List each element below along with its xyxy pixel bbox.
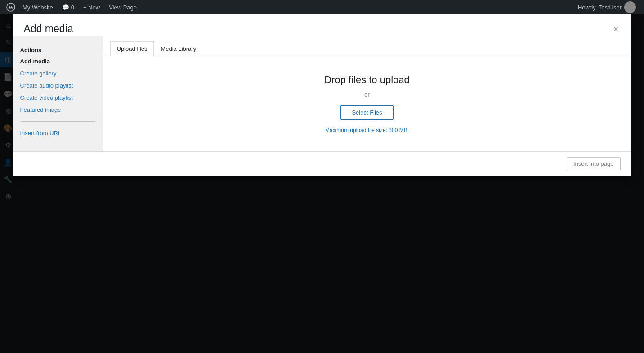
sidebar-item-add-media[interactable]: Add media: [13, 55, 103, 67]
main-layout: ⌂ ✎ ◫ 📄 💬 ⊛ 🎨 ⚙ 👤 🔧 ⊕ Add media × Action…: [0, 14, 644, 353]
modal-tabs: Upload files Media Library: [103, 36, 631, 56]
modal-footer: Insert into page: [13, 151, 631, 176]
sidebar-item-featured-image[interactable]: Featured image: [13, 104, 103, 116]
upload-area: Drop files to upload or Select Files Max…: [103, 56, 631, 151]
tab-media-library[interactable]: Media Library: [154, 41, 203, 56]
modal-header: Add media ×: [13, 14, 631, 36]
admin-greeting[interactable]: Howdy, TestUser: [573, 1, 640, 13]
tab-upload-files[interactable]: Upload files: [110, 41, 154, 56]
site-name-item[interactable]: My Website: [18, 0, 58, 14]
new-label: + New: [83, 4, 100, 11]
view-page-label: View Page: [109, 4, 137, 11]
wp-logo-icon[interactable]: W: [4, 0, 18, 14]
modal-close-button[interactable]: ×: [612, 23, 621, 35]
modal-sidebar: Actions Add media Create gallery Create …: [13, 36, 103, 151]
modal-body: Actions Add media Create gallery Create …: [13, 36, 631, 151]
drop-files-text: Drop files to upload: [324, 74, 410, 86]
sidebar-section-label: Actions: [13, 43, 103, 55]
comments-item[interactable]: 💬 0: [58, 0, 79, 14]
sidebar-item-insert-from-url[interactable]: Insert from URL: [13, 127, 103, 139]
or-text: or: [364, 91, 370, 98]
new-item[interactable]: + New: [79, 0, 104, 14]
comments-count: 0: [71, 4, 74, 11]
select-files-button[interactable]: Select Files: [340, 105, 393, 120]
admin-bar: W My Website 💬 0 + New View Page Howdy, …: [0, 0, 644, 14]
sidebar-item-create-audio-playlist[interactable]: Create audio playlist: [13, 79, 103, 92]
admin-bar-left: W My Website 💬 0 + New View Page: [4, 0, 573, 14]
avatar: [624, 1, 636, 13]
comment-icon: 💬: [62, 4, 69, 11]
modal-title: Add media: [24, 22, 73, 36]
sidebar-item-create-gallery[interactable]: Create gallery: [13, 67, 103, 79]
svg-text:W: W: [9, 4, 13, 10]
insert-into-page-button[interactable]: Insert into page: [567, 157, 621, 170]
site-name-label: My Website: [22, 4, 53, 11]
sidebar-divider: [20, 121, 95, 122]
admin-bar-right: Howdy, TestUser: [573, 1, 640, 13]
add-media-modal: Add media × Actions Add media Create gal…: [13, 14, 631, 176]
modal-content-area: Upload files Media Library Drop files to…: [103, 36, 631, 151]
modal-overlay: Add media × Actions Add media Create gal…: [0, 14, 644, 353]
greeting-text: Howdy, TestUser: [578, 4, 622, 11]
view-page-item[interactable]: View Page: [104, 0, 141, 14]
sidebar-item-create-video-playlist[interactable]: Create video playlist: [13, 92, 103, 104]
upload-limit-text: Maximum upload file size: 300 MB.: [325, 127, 409, 133]
